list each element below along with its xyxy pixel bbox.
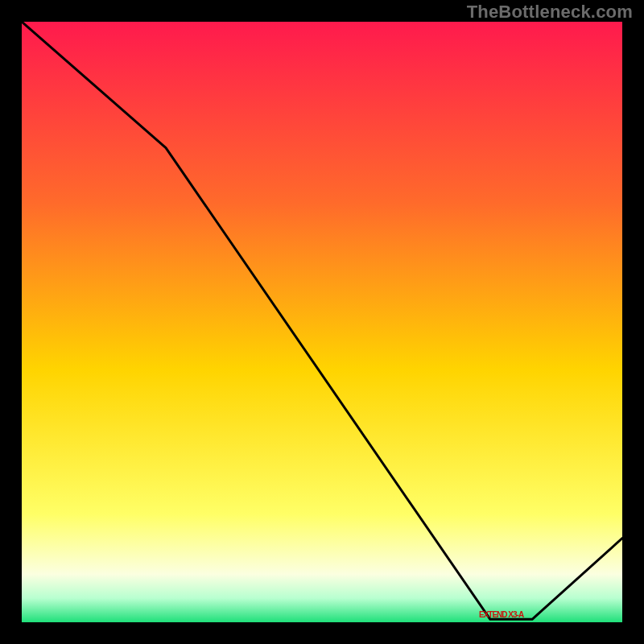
attribution-text: TheBottleneck.com bbox=[467, 2, 633, 23]
plot-area: EXTEND X3-A bbox=[22, 22, 622, 622]
chart-svg: EXTEND X3-A bbox=[22, 22, 622, 622]
gradient-background bbox=[22, 22, 622, 622]
chart-frame: TheBottleneck.com EXTEND X3-A bbox=[0, 0, 644, 644]
x-axis-series-label: EXTEND X3-A bbox=[479, 610, 524, 619]
